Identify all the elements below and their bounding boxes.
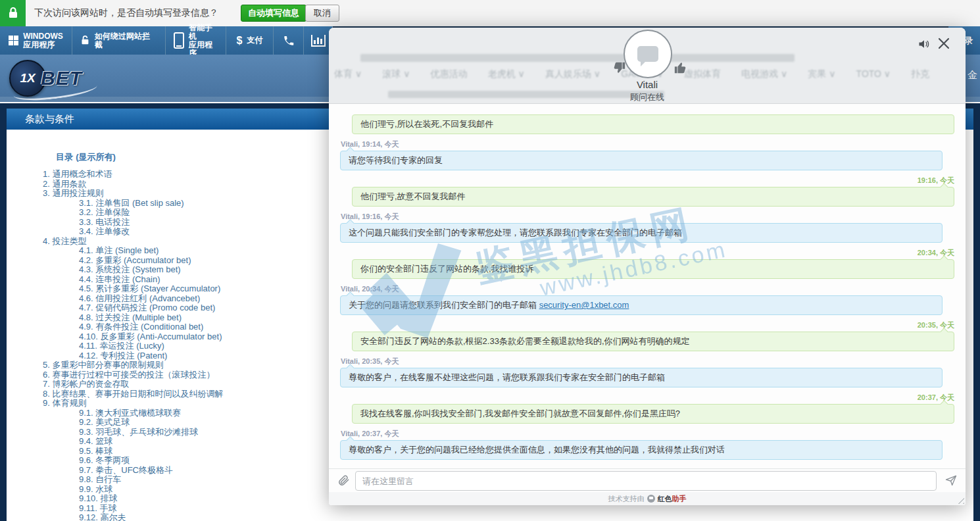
chat-window: 体育 ∨ 滚球 ∨ 优惠活动 老虎机 ∨ 真人娱乐场 ∨ GAMES ∨ 虚拟体…: [329, 28, 966, 505]
chat-message: Vitali, 20:34, 今天 关于您的问题请您联系到我们安全部门的电子邮箱…: [329, 285, 966, 315]
message-input[interactable]: [355, 471, 937, 491]
site-logo[interactable]: 1X BET: [9, 60, 82, 97]
page: 下次访问该网站时，是否自动填写登录信息？ 自动填写信息 取消 WINDOWS应用…: [0, 0, 980, 521]
bar-chart-icon: [311, 35, 326, 47]
message-meta: 20:37, 今天: [352, 393, 954, 402]
nav-item-payment[interactable]: $ 支付: [226, 26, 274, 55]
nav-item-phone[interactable]: [274, 26, 304, 55]
message-meta: Vitali, 20:34, 今天: [341, 285, 943, 293]
chat-header: 体育 ∨ 滚球 ∨ 优惠活动 老虎机 ∨ 真人娱乐场 ∨ GAMES ∨ 虚拟体…: [329, 28, 966, 104]
message-bubble: 安全部门违反了网站的条款,根据2.33条款必需要全额退款给我的,你们网站有明确的…: [352, 332, 954, 351]
toc-show-all-link[interactable]: (显示所有): [76, 152, 116, 162]
message-meta: Vitali, 19:16, 今天: [341, 212, 943, 221]
message-bubble: 你们的安全部门违反了网站的条款,我找谁投诉: [352, 259, 954, 279]
chat-message: Vitali, 20:37, 今天 尊敬的客户，关于您的问题我已经给您提供全面信…: [329, 430, 966, 460]
message-text: 这个问题只能我们安全部门的专家帮您处理，请您联系跟我们专家在安全部门的电子邮箱: [349, 228, 682, 237]
chat-bubble-icon: [637, 46, 658, 62]
lock-badge: [0, 0, 26, 26]
message-email-link[interactable]: security-en@1xbet.com: [539, 300, 629, 310]
agent-avatar: [624, 30, 672, 78]
chat-message: 他们理亏,所以在装死,不回复我邮件: [329, 114, 966, 134]
ghost-text-bar: [360, 54, 795, 62]
message-meta: Vitali, 19:14, 今天: [341, 140, 943, 149]
nav-item-windows-apps[interactable]: WINDOWS应用程序: [0, 26, 72, 55]
message-text: 我找在线客服,你叫我找安全部门,我发邮件安全部门就故意不回复邮件,你们是黑庄吗?: [360, 409, 680, 418]
autofill-confirm-button[interactable]: 自动填写信息: [241, 5, 306, 22]
message-bubble: 我找在线客服,你叫我找安全部门,我发邮件安全部门就故意不回复邮件,你们是黑庄吗?: [352, 404, 954, 424]
agent-status: 顾问在线: [329, 91, 966, 103]
message-bubble: 这个问题只能我们安全部门的专家帮您处理，请您联系跟我们专家在安全部门的电子邮箱: [340, 223, 943, 243]
smartphone-icon: [174, 32, 184, 49]
message-bubble: 他们理亏,故意不回复我邮件: [352, 187, 954, 207]
toc-heading-text: 目录: [56, 152, 73, 162]
chat-message: Vitali, 19:16, 今天 这个问题只能我们安全部门的专家帮您处理，请您…: [329, 212, 966, 243]
chat-message: Vitali, 19:14, 今天 请您等待我们专家的回复: [329, 140, 966, 170]
message-meta: 20:35, 今天: [352, 321, 954, 330]
autofill-prompt-bar: 下次访问该网站时，是否自动填写登录信息？ 自动填写信息 取消: [0, 0, 980, 27]
nav-item-bypass-block[interactable]: 如何绕过网站拦截: [72, 26, 166, 55]
thumbs-up-icon[interactable]: [674, 61, 688, 75]
message-bubble: 他们理亏,所以在装死,不回复我邮件: [352, 114, 954, 134]
message-bubble: 尊敬的客户，关于您的问题我已经给您提供全面信息，如果您没有其他的问题，我就得禁止…: [340, 440, 943, 460]
agent-name: Vitali: [329, 79, 966, 90]
message-text: 他们理亏,故意不回复我邮件: [360, 191, 466, 201]
message-text: 尊敬的客户，在线客服不处理这些问题，请您联系跟我们专家在安全部门的电子邮箱: [349, 372, 665, 382]
message-meta: 19:16, 今天: [352, 176, 954, 185]
chat-message: 19:16, 今天 他们理亏,故意不回复我邮件: [329, 176, 966, 207]
message-bubble: 请您等待我们专家的回复: [340, 151, 943, 170]
chat-message: 20:37, 今天 我找在线客服,你叫我找安全部门,我发邮件安全部门就故意不回复…: [329, 393, 966, 424]
phone-icon: [283, 35, 295, 47]
chat-input-row: [329, 468, 966, 492]
autofill-cancel-button[interactable]: 取消: [305, 5, 339, 22]
message-bubble: 关于您的问题请您联系到我们安全部门的电子邮箱 security-en@1xbet…: [340, 295, 943, 315]
thumbs-down-icon[interactable]: [612, 61, 626, 75]
message-text: 关于您的问题请您联系到我们安全部门的电子邮箱: [349, 300, 539, 310]
redhelper-logo-icon: [647, 495, 655, 503]
chat-messages: 他们理亏,所以在装死,不回复我邮件 Vitali, 19:14, 今天 请您等待…: [329, 103, 966, 469]
windows-icon: [9, 36, 18, 45]
send-icon[interactable]: [944, 474, 958, 487]
message-text: 安全部门违反了网站的条款,根据2.33条款必需要全额退款给我的,你们网站有明确的…: [360, 336, 690, 346]
chat-footer: 技术支持由 红色助手: [329, 492, 966, 505]
message-meta: Vitali, 20:35, 今天: [341, 357, 943, 366]
brand-red[interactable]: 助手: [672, 495, 687, 503]
message-text: 他们理亏,所以在装死,不回复我邮件: [360, 119, 493, 129]
lock-icon: [7, 7, 19, 20]
chat-message: 20:35, 今天 安全部门违反了网站的条款,根据2.33条款必需要全额退款给我…: [329, 321, 966, 351]
nav-item-smartphone-apps[interactable]: 智能手机应用程序: [166, 26, 226, 55]
sound-toggle-icon[interactable]: [918, 37, 931, 51]
message-text: 你们的安全部门违反了网站的条款,我找谁投诉: [360, 264, 534, 274]
toc-item[interactable]: 9.12. 高尔夫: [79, 513, 973, 521]
message-text: 请您等待我们专家的回复: [349, 155, 443, 165]
message-text: 尊敬的客户，关于您的问题我已经给您提供全面信息，如果您没有其他的问题，我就得禁止…: [349, 445, 725, 455]
attach-icon[interactable]: [337, 474, 351, 487]
header-right-text: 金: [968, 69, 977, 82]
autofill-prompt-text: 下次访问该网站时，是否自动填写登录信息？: [34, 7, 218, 19]
padlock-icon: [80, 35, 90, 46]
brand-dark: 红色: [658, 495, 672, 503]
chat-message: 20:34, 今天 你们的安全部门违反了网站的条款,我找谁投诉: [329, 249, 966, 279]
message-bubble: 尊敬的客户，在线客服不处理这些问题，请您联系跟我们专家在安全部门的电子邮箱: [340, 368, 943, 387]
chat-message: Vitali, 20:35, 今天 尊敬的客户，在线客服不处理这些问题，请您联系…: [329, 357, 966, 387]
message-meta: 20:34, 今天: [352, 249, 954, 257]
close-icon[interactable]: [938, 37, 951, 51]
support-prefix: 技术支持由: [608, 494, 645, 504]
dollar-icon: $: [237, 36, 243, 45]
message-meta: Vitali, 20:37, 今天: [341, 430, 943, 438]
